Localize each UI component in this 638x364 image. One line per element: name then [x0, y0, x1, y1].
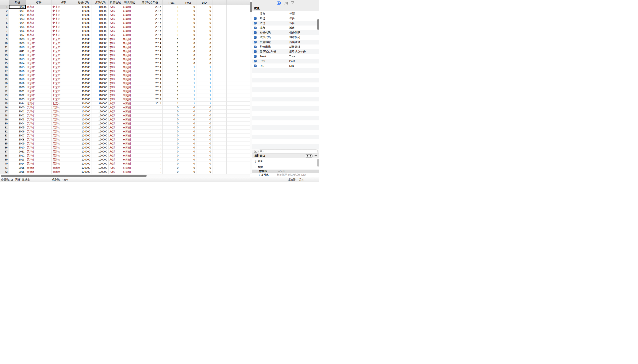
cell-provcode[interactable]: 110000 — [75, 9, 92, 13]
cell-citycode[interactable]: 110000 — [92, 82, 109, 86]
cell-provcode[interactable]: 120000 — [75, 130, 92, 134]
cell-did[interactable]: 0 — [196, 5, 212, 9]
cell-empty2[interactable] — [227, 13, 240, 17]
cell-treat[interactable]: 1 — [163, 21, 180, 25]
cell-huline[interactable]: 东南侧 — [122, 70, 137, 74]
cell-pilotyear[interactable]: 2014 — [137, 70, 163, 74]
variable-label[interactable]: Treat — [288, 55, 319, 58]
cell-year[interactable]: 2014 — [9, 61, 26, 66]
cell-city[interactable]: 天津市 — [52, 166, 75, 170]
cell-treat[interactable]: 0 — [163, 122, 180, 126]
cell-region[interactable]: 东部 — [109, 130, 122, 134]
cell-post[interactable]: 0 — [180, 122, 196, 126]
variables-list-icon[interactable] — [277, 2, 281, 5]
cell-pilotyear[interactable]: . — [137, 162, 163, 166]
cell-huline[interactable]: 东南侧 — [122, 74, 137, 78]
cell-empty2[interactable] — [227, 150, 240, 154]
row-number[interactable]: 7 — [0, 29, 9, 33]
cell-province[interactable]: 北京市 — [26, 53, 52, 57]
cell-pilotyear[interactable]: 2014 — [137, 13, 163, 17]
cell-treat[interactable]: 1 — [163, 61, 180, 66]
cell-region[interactable]: 东部 — [109, 21, 122, 25]
cell-provcode[interactable]: 120000 — [75, 138, 92, 142]
cell-empty1[interactable] — [212, 74, 227, 78]
cell-provcode[interactable]: 120000 — [75, 118, 92, 122]
cell-empty1[interactable] — [212, 82, 227, 86]
cell-empty3[interactable] — [240, 130, 250, 134]
cell-pilotyear[interactable]: 2014 — [137, 74, 163, 78]
cell-empty3[interactable] — [240, 118, 250, 122]
row-number[interactable]: 28 — [0, 114, 9, 118]
cell-empty2[interactable] — [227, 21, 240, 25]
cell-empty1[interactable] — [212, 86, 227, 90]
cell-province[interactable]: 天津市 — [26, 138, 52, 142]
cell-did[interactable]: 1 — [196, 78, 212, 82]
cell-empty3[interactable] — [240, 57, 250, 61]
cell-empty3[interactable] — [240, 114, 250, 118]
variables-label-column-header[interactable]: 标签 — [288, 11, 319, 16]
cell-empty2[interactable] — [227, 29, 240, 33]
cell-citycode[interactable]: 110000 — [92, 90, 109, 94]
row-number[interactable]: 42 — [0, 170, 9, 174]
cell-post[interactable]: 0 — [180, 37, 196, 41]
cell-huline[interactable]: 东南侧 — [122, 102, 137, 106]
cell-city[interactable]: 北京市 — [52, 78, 75, 82]
cell-empty1[interactable] — [212, 126, 227, 130]
cell-citycode[interactable]: 110000 — [92, 57, 109, 61]
row-number[interactable]: 37 — [0, 150, 9, 154]
cell-pilotyear[interactable]: . — [137, 146, 163, 150]
cell-empty1[interactable] — [212, 61, 227, 66]
column-header-empty[interactable] — [212, 0, 227, 5]
cell-post[interactable]: 1 — [180, 74, 196, 78]
cell-year[interactable]: 2004 — [9, 21, 26, 25]
cell-province[interactable]: 天津市 — [26, 110, 52, 114]
cell-empty3[interactable] — [240, 138, 250, 142]
cell-post[interactable]: 0 — [180, 13, 196, 17]
row-number[interactable]: 6 — [0, 25, 9, 29]
cell-year[interactable]: 2003 — [9, 118, 26, 122]
cell-provcode[interactable]: 110000 — [75, 45, 92, 49]
cell-empty3[interactable] — [240, 41, 250, 45]
cell-citycode[interactable]: 110000 — [92, 74, 109, 78]
cell-provcode[interactable]: 120000 — [75, 146, 92, 150]
cell-empty3[interactable] — [240, 170, 250, 174]
variable-label[interactable]: Post — [288, 60, 319, 63]
cell-empty1[interactable] — [212, 33, 227, 37]
cell-city[interactable]: 天津市 — [52, 142, 75, 146]
cell-empty2[interactable] — [227, 122, 240, 126]
cell-provcode[interactable]: 110000 — [75, 94, 92, 98]
column-header-empty[interactable] — [240, 0, 250, 5]
cell-empty1[interactable] — [212, 70, 227, 74]
cell-city[interactable]: 北京市 — [52, 29, 75, 33]
cell-huline[interactable]: 东南侧 — [122, 37, 137, 41]
cell-city[interactable]: 天津市 — [52, 162, 75, 166]
cell-city[interactable]: 天津市 — [52, 130, 75, 134]
cell-province[interactable]: 天津市 — [26, 126, 52, 130]
cell-region[interactable]: 东部 — [109, 41, 122, 45]
cell-did[interactable]: 0 — [196, 158, 212, 162]
cell-city[interactable]: 北京市 — [52, 33, 75, 37]
variable-checkbox[interactable]: ✓ — [254, 60, 257, 62]
cell-provcode[interactable]: 120000 — [75, 106, 92, 110]
cell-empty2[interactable] — [227, 110, 240, 114]
cell-province[interactable]: 北京市 — [26, 41, 52, 45]
cell-region[interactable]: 东部 — [109, 29, 122, 33]
row-number[interactable]: 29 — [0, 118, 9, 122]
cell-post[interactable]: 0 — [180, 118, 196, 122]
cell-province[interactable]: 天津市 — [26, 166, 52, 170]
cell-citycode[interactable]: 110000 — [92, 25, 109, 29]
variables-name-column-header[interactable]: 名称 — [258, 11, 288, 16]
cell-huline[interactable]: 东南侧 — [122, 110, 137, 114]
cell-year[interactable]: 2005 — [9, 25, 26, 29]
chevron-right-icon[interactable]: ❯ — [258, 174, 260, 176]
cell-city[interactable]: 北京市 — [52, 37, 75, 41]
cell-empty2[interactable] — [227, 57, 240, 61]
cell-city[interactable]: 天津市 — [52, 134, 75, 138]
cell-huline[interactable]: 东南侧 — [122, 158, 137, 162]
cell-huline[interactable]: 东南侧 — [122, 162, 137, 166]
cell-provcode[interactable]: 110000 — [75, 74, 92, 78]
cell-city[interactable]: 北京市 — [52, 98, 75, 102]
cell-empty2[interactable] — [227, 102, 240, 106]
cell-pilotyear[interactable]: . — [137, 154, 163, 158]
cell-empty2[interactable] — [227, 94, 240, 98]
